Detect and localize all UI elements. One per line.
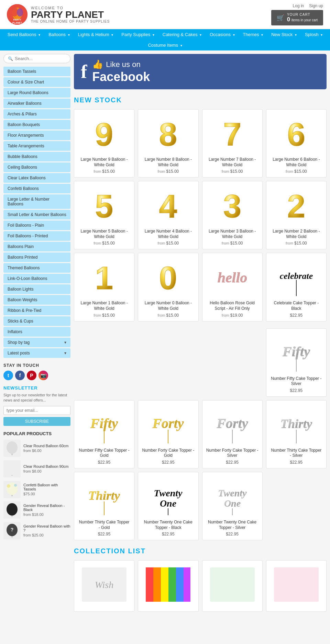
- nav-item-lights[interactable]: Lights & Helium ▾: [74, 29, 118, 40]
- collection-item-wish[interactable]: Wish: [74, 560, 134, 612]
- product-card-hello[interactable]: hello Hello Balloon Rose Gold Script - A…: [202, 253, 263, 321]
- newsletter-description: Sign up to our newsletter for the latest…: [3, 393, 70, 403]
- sidebar-item-colour-size[interactable]: Colour & Size Chart: [3, 77, 70, 87]
- popular-item[interactable]: Confetti Balloon with Tassels $75.00: [3, 481, 70, 498]
- product-image: 5: [78, 185, 131, 226]
- sidebar-item-foil-plain[interactable]: Foil Balloons - Plain: [3, 221, 70, 230]
- product-card-num6[interactable]: 6 Large Number 6 Balloon - White Gold fr…: [266, 109, 327, 178]
- sidebar-item-table[interactable]: Table Arrangements: [3, 141, 70, 151]
- popular-item[interactable]: Clear Round Balloon 60cm from $6.00: [3, 440, 70, 457]
- product-card-thirty-silver[interactable]: Thirty Number Thirty Cake Topper - Silve…: [266, 400, 327, 468]
- collection-item-3[interactable]: [202, 560, 263, 612]
- facebook-banner[interactable]: f 👍 Like us on Facebook: [74, 54, 327, 89]
- nav-item-occasions[interactable]: Occasions ▾: [206, 29, 239, 40]
- sidebar-item-shop-by-tag[interactable]: Shop by tag ▾: [3, 338, 70, 347]
- product-image: celebrate: [270, 257, 323, 298]
- newsletter-email-input[interactable]: [3, 406, 70, 415]
- sidebar-item-balloons-printed[interactable]: Balloons Printed: [3, 252, 70, 262]
- product-name: Large Number 4 Balloon - White Gold: [142, 229, 195, 239]
- login-link[interactable]: Log in: [293, 3, 304, 8]
- product-card-num8[interactable]: 8 Large Number 8 Balloon - White Gold fr…: [138, 109, 198, 178]
- tagline: THE ONLINE HOME OF PARTY SUPPLIES: [31, 20, 110, 23]
- product-card-num4[interactable]: 4 Large Number 4 Balloon - White Gold fr…: [138, 181, 198, 249]
- twitter-icon[interactable]: t: [3, 371, 13, 380]
- sidebar-item-small-letter[interactable]: Small Letter & Number Balloons: [3, 210, 70, 219]
- product-name: Celebrate Cake Topper - Black: [270, 301, 323, 311]
- sidebar-item-confetti[interactable]: Confetti Balloons: [3, 184, 70, 193]
- nav-item-balloons[interactable]: Balloons ▾: [44, 29, 74, 40]
- search-box[interactable]: 🔍: [3, 54, 70, 63]
- product-card-fifty-silver-top[interactable]: Fifty Number Fifty Cake Topper - Silver …: [266, 328, 327, 397]
- from-label: from: [222, 169, 230, 173]
- cart-button[interactable]: 🛒 YOUR CART 0 items in your cart: [271, 10, 323, 25]
- sidebar-item-large-round[interactable]: Large Round Balloons: [3, 88, 70, 98]
- product-card-celebrate[interactable]: celebrate Celebrate Cake Topper - Black …: [266, 253, 327, 321]
- product-price: $22.95: [206, 460, 259, 465]
- sidebar-item-balloon-tassels[interactable]: Balloon Tassels: [3, 67, 70, 76]
- product-card-num2[interactable]: 2 Large Number 2 Balloon - White Gold fr…: [266, 181, 327, 249]
- product-price: from $15.00: [78, 241, 131, 246]
- facebook-social-icon[interactable]: f: [15, 371, 25, 380]
- sidebar-item-bubble[interactable]: Bubble Balloons: [3, 152, 70, 161]
- sidebar-item-large-letter[interactable]: Large Letter & Number Balloons: [3, 194, 70, 209]
- collection-item-rainbow[interactable]: [138, 560, 198, 612]
- sidebar-item-balloons-plain[interactable]: Balloons Plain: [3, 242, 70, 251]
- nav-item-send-balloons[interactable]: Send Balloons ▾: [3, 29, 44, 40]
- sidebar-item-bouquets[interactable]: Balloon Bouquets: [3, 120, 70, 129]
- product-card-num7[interactable]: 7 Large Number 7 Balloon - White Gold fr…: [202, 109, 263, 178]
- popular-item[interactable]: Gender Reveal Balloon - Black from $18.0…: [3, 501, 70, 519]
- product-card-num1[interactable]: 1 Large Number 1 Balloon - White Gold fr…: [74, 253, 134, 321]
- product-card-forty-silver[interactable]: Forty Number Forty Cake Topper - Silver …: [202, 400, 263, 468]
- sidebar-item-foil-printed[interactable]: Foil Balloons - Printed: [3, 231, 70, 241]
- product-price: $22.95: [270, 313, 323, 318]
- sidebar-item-arches[interactable]: Arches & Pillars: [3, 109, 70, 119]
- instagram-icon[interactable]: 📷: [38, 371, 48, 380]
- product-card-num3[interactable]: 3 Large Number 3 Balloon - White Gold fr…: [202, 181, 263, 249]
- sidebar-item-themed[interactable]: Themed Balloons: [3, 263, 70, 273]
- popular-product-name: Confetti Balloon with Tassels: [23, 483, 70, 491]
- svg-point-6: [7, 441, 18, 454]
- stay-in-touch-title: STAY IN TOUCH: [3, 363, 70, 368]
- search-input[interactable]: [15, 56, 59, 61]
- product-card-fifty-gold[interactable]: Fifty Number Fifty Cake Topper - Gold $2…: [74, 400, 134, 468]
- sidebar-item-balloon-lights[interactable]: Balloon Lights: [3, 284, 70, 294]
- pinterest-icon[interactable]: P: [27, 371, 36, 380]
- svg-text:8: 8: [159, 116, 177, 152]
- sidebar-item-weights[interactable]: Balloon Weights: [3, 295, 70, 305]
- sidebar-item-ribbon[interactable]: Ribbon & Pre-Tied: [3, 306, 70, 315]
- product-card-twenty-one-silver[interactable]: Twenty One Number Twenty One Cake Topper…: [202, 472, 263, 540]
- sidebar-item-clear-latex[interactable]: Clear Latex Balloons: [3, 173, 70, 183]
- product-card-thirty-gold[interactable]: Thirty Number Thirty Cake Topper - Gold …: [74, 472, 134, 540]
- from-label: from: [94, 169, 102, 173]
- collection-item-4[interactable]: [266, 560, 327, 612]
- nav-item-themes[interactable]: Themes ▾: [239, 29, 267, 40]
- sidebar-item-ceiling[interactable]: Ceiling Balloons: [3, 162, 70, 172]
- popular-item[interactable]: Clear Round Balloon 90cm from $8.00: [3, 460, 70, 477]
- sidebar-item-airwalker[interactable]: Airwalker Balloons: [3, 99, 70, 108]
- product-name: Number Twenty One Cake Topper - Black: [142, 520, 195, 530]
- product-card-num9[interactable]: 9 Large Number 9 Balloon - White Gold fr…: [74, 109, 134, 178]
- product-card-twenty-one-black[interactable]: Twenty One Number Twenty One Cake Topper…: [138, 472, 198, 540]
- sidebar-item-link-o-loon[interactable]: Link-O-Loon Balloons: [3, 274, 70, 283]
- popular-item[interactable]: ? Gender Reveal Balloon with ? from $25.…: [3, 522, 70, 539]
- sidebar-item-floor[interactable]: Floor Arrangements: [3, 131, 70, 140]
- svg-rect-56: [168, 567, 176, 602]
- arrow-icon: ▾: [321, 33, 322, 37]
- main-layout: 🔍 Balloon Tassels Colour & Size Chart La…: [0, 50, 330, 615]
- nav-item-catering[interactable]: Catering & Cakes ▾: [158, 29, 206, 40]
- product-card-num0[interactable]: 0 Large Number 0 Balloon - White Gold fr…: [138, 253, 198, 321]
- nav-item-party-supplies[interactable]: Party Supplies ▾: [117, 29, 158, 40]
- product-card-num5[interactable]: 5 Large Number 5 Balloon - White Gold fr…: [74, 181, 134, 249]
- facebook-text: 👍 Like us on Facebook: [92, 59, 150, 84]
- sidebar-item-latest-posts[interactable]: Latest posts ▾: [3, 348, 70, 358]
- sidebar-item-inflators[interactable]: Inflators: [3, 327, 70, 337]
- subscribe-button[interactable]: SUBSCRIBE: [3, 417, 70, 426]
- from-label: from: [157, 241, 166, 245]
- nav-item-costume[interactable]: Costume Items ▾: [144, 40, 186, 50]
- sidebar-item-sticks[interactable]: Sticks & Cups: [3, 316, 70, 326]
- product-card-forty-gold[interactable]: Forty Number Forty Cake Topper - Gold $2…: [138, 400, 198, 468]
- signup-link[interactable]: Sign up: [309, 3, 323, 8]
- nav-item-splosh[interactable]: Splosh ▾: [301, 29, 327, 40]
- nav-item-new-stock[interactable]: New Stock ▾: [267, 29, 301, 40]
- header-right: Log in Sign up 🛒 YOUR CART 0 items in yo…: [271, 3, 323, 25]
